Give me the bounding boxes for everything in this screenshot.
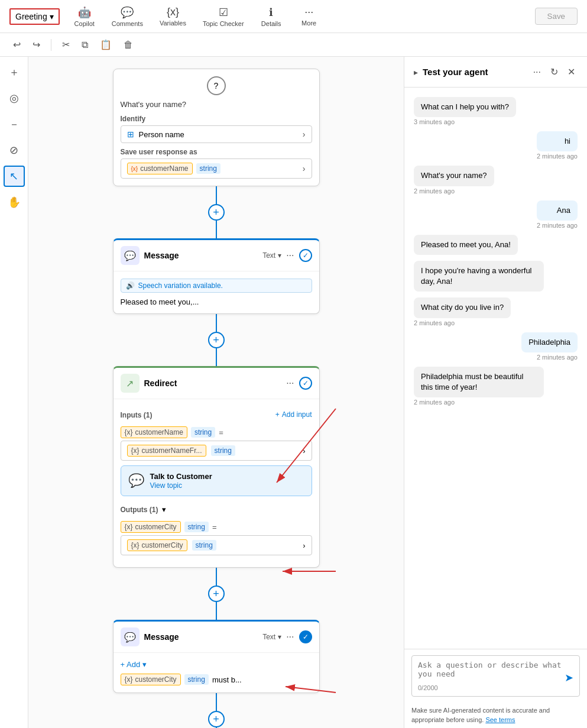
focus-button[interactable]: ◎ [4, 88, 25, 109]
chat-input-area: ➤ 0/2000 [404, 649, 587, 703]
toolbar-topic-checker[interactable]: ☑ Topic Checker [196, 4, 251, 30]
left-sidebar: ＋ ◎ － ⊘ ↖ ✋ [0, 57, 28, 728]
toolbar-details[interactable]: ℹ Details [254, 4, 289, 30]
message-node-1: 💬 Message Text ▾ ··· ✓ 🔊 Speech variatio… [113, 238, 320, 314]
toolbar-more[interactable]: ··· More [291, 4, 327, 29]
bubble-time-7: 2 minutes ago [521, 354, 578, 361]
redo-button[interactable]: ↪ [29, 37, 44, 53]
toolbar-variables[interactable]: {x} Variables [153, 4, 193, 29]
speech-text: Speech variation available. [138, 282, 223, 290]
message-icon-2: 💬 [121, 627, 140, 646]
add-btn-3[interactable]: + [208, 585, 225, 602]
message-body-text-1: Pleased to meet you,... [121, 297, 312, 306]
more-options-btn[interactable]: ··· [531, 64, 543, 80]
bubble-text-8: Philadelphia must be beautiful this time… [414, 367, 544, 397]
hand-button[interactable]: ✋ [4, 192, 25, 213]
canvas-area[interactable]: ? What's your name? Identify ⊞ Person na… [28, 57, 404, 728]
message-type-label-1: Text [262, 251, 275, 260]
bubble-time-2: 2 minutes ago [414, 187, 494, 195]
cut-button[interactable]: ✂ [59, 37, 73, 53]
city-var-chip: {x} customerCity [121, 674, 181, 685]
chat-textarea[interactable] [418, 661, 565, 684]
add-icon: + [275, 410, 280, 419]
redirect-node-body: Inputs (1) + Add input {x} customerName … [113, 399, 319, 567]
output-var-name-2: customerCity [142, 541, 183, 549]
undo-button[interactable]: ↩ [9, 37, 24, 53]
chat-bubble-5: I hope you're having a wonderful day, An… [414, 261, 544, 292]
bubble-time-1: 2 minutes ago [537, 153, 578, 160]
input-row-1: {x} customerName string = [121, 426, 312, 438]
identify-field[interactable]: ⊞ Person name › [121, 125, 312, 143]
equals-1: = [219, 428, 223, 437]
greeting-dropdown[interactable]: Greeting ▾ [9, 8, 60, 25]
output-var-name-1: customerCity [135, 523, 177, 531]
chat-input-inner: ➤ [418, 661, 573, 684]
copy-button[interactable]: ⧉ [78, 37, 92, 53]
city-var-name: customerCity [135, 675, 177, 684]
bubble-time-6: 2 minutes ago [414, 319, 511, 326]
connector-7 [216, 693, 217, 711]
message-node-2-header: 💬 Message Text ▾ ··· ✓ [113, 622, 319, 653]
message-type-badge-1[interactable]: Text ▾ [262, 251, 281, 260]
select-button[interactable]: ↖ [4, 166, 25, 187]
save-button[interactable]: Save [535, 8, 578, 25]
bubble-text-6: What city do you live in? [414, 297, 511, 318]
output-type-1: string [184, 522, 209, 532]
input-var-icon-1: {x} [125, 428, 133, 436]
question-text: What's your name? [121, 100, 312, 109]
connector-5 [216, 568, 217, 585]
bubble-time-8: 2 minutes ago [414, 399, 544, 406]
comments-icon: 💬 [121, 6, 134, 19]
redirect-icon: ↗ [121, 374, 140, 393]
redirect-menu-btn[interactable]: ··· [286, 378, 294, 389]
add-row[interactable]: + Add ▾ [121, 660, 312, 669]
add-btn-4[interactable]: + [208, 711, 225, 727]
zoom-out-button[interactable]: － [4, 114, 25, 135]
input-type-2: string [211, 445, 235, 456]
chat-send-btn[interactable]: ➤ [565, 671, 573, 684]
message-type-label-2: Text [262, 633, 275, 641]
chat-bubble-1: hi 2 minutes ago [537, 131, 578, 160]
chat-disclaimer: Make sure AI-generated content is accura… [404, 703, 587, 728]
outputs-chevron[interactable]: ▾ [162, 505, 166, 514]
chat-area: What can I help you with? 3 minutes ago … [404, 88, 587, 649]
right-panel-title: Test your agent [423, 67, 526, 77]
bubble-time-3: 2 minutes ago [537, 222, 578, 229]
bubble-text-7: Philadelphia [521, 332, 578, 352]
redirect-check: ✓ [299, 377, 312, 390]
chat-bubble-6: What city do you live in? 2 minutes ago [414, 297, 511, 326]
disclaimer-text: Make sure AI-generated content is accura… [411, 707, 550, 723]
identify-value: Person name [139, 130, 298, 139]
redirect-node: ↗ Redirect ··· ✓ Inputs (1) + Add input [113, 366, 320, 568]
toolbar-comments[interactable]: 💬 Comments [105, 4, 150, 30]
disclaimer-link[interactable]: See terms [485, 716, 515, 723]
view-topic-link[interactable]: View topic [150, 481, 182, 490]
input-type-1: string [191, 427, 215, 438]
toolbar-copilot[interactable]: 🤖 Copilot [67, 4, 102, 30]
refresh-btn[interactable]: ↻ [548, 64, 560, 80]
message-menu-btn-2[interactable]: ··· [286, 632, 294, 642]
right-panel-actions: ··· ↻ ✕ [531, 64, 578, 80]
input-var-chip-1: {x} customerName [121, 426, 187, 438]
add-input-btn[interactable]: + Add input [275, 410, 312, 419]
message-type-badge-2[interactable]: Text ▾ [262, 633, 281, 641]
message-menu-btn-1[interactable]: ··· [286, 250, 294, 261]
identify-arrow: › [303, 130, 306, 139]
ban-button[interactable]: ⊘ [4, 140, 25, 161]
var-icon: {x} [131, 166, 138, 172]
bubble-time-0: 3 minutes ago [414, 118, 516, 125]
chat-bubble-4: Pleased to meet you, Ana! [414, 235, 518, 255]
add-btn-1[interactable]: + [208, 204, 225, 221]
input-var-row-2[interactable]: {x} customerNameFr... string › [121, 441, 312, 461]
close-btn[interactable]: ✕ [565, 64, 578, 80]
output-var-row-2[interactable]: {x} customerCity string › [121, 535, 312, 555]
delete-button[interactable]: 🗑 [120, 37, 137, 53]
copilot-icon: 🤖 [78, 6, 91, 19]
output-var-chip-1: {x} customerCity [121, 521, 181, 533]
zoom-in-button[interactable]: ＋ [4, 62, 25, 83]
var-chip: {x} customerName [127, 163, 193, 174]
paste-button[interactable]: 📋 [96, 37, 115, 53]
add-btn-2[interactable]: + [208, 332, 225, 348]
save-var-row[interactable]: {x} customerName string › [121, 158, 312, 179]
connector-6 [216, 602, 217, 620]
